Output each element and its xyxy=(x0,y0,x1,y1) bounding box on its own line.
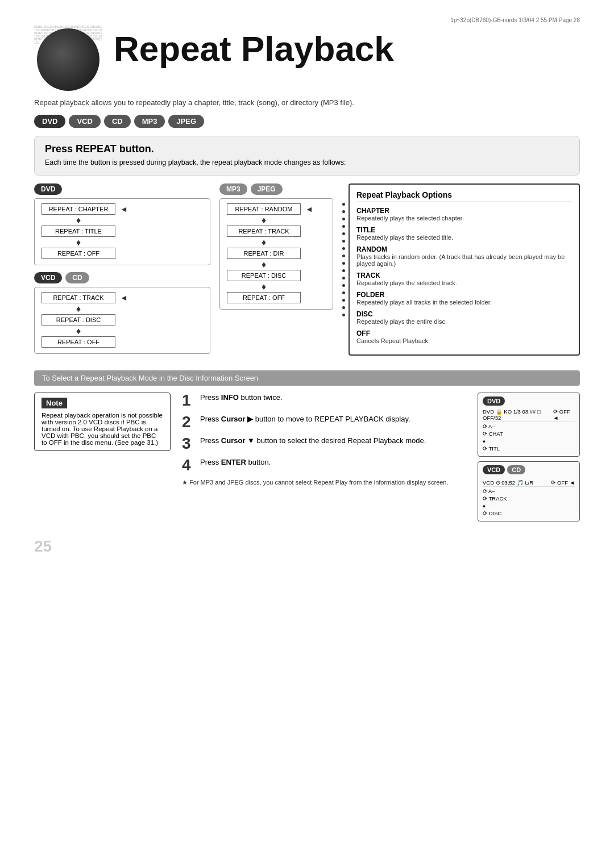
dvd-box-off: REPEAT : OFF xyxy=(42,248,115,259)
vcd-step-3: REPEAT : OFF xyxy=(42,336,203,348)
step-4-text: Press ENTER button. xyxy=(200,457,271,468)
select-mode-header: To Select a Repeat Playback Mode in the … xyxy=(34,370,580,386)
dvd-flow-diagram: REPEAT : CHAPTER ◄ ♦ REPEAT : TITLE ♦ RE… xyxy=(34,198,210,265)
step-1: 1 Press INFO button twice. xyxy=(182,393,466,408)
badge-vcd: VCD xyxy=(69,115,100,128)
file-info: 1p~32p(DB760)-GB-nords 1/3/04 2:55 PM Pa… xyxy=(34,17,580,23)
step-1-text: Press INFO button twice. xyxy=(200,393,283,403)
dvd-screen-text1: ⟳ A– xyxy=(483,423,495,429)
bullet-dot xyxy=(342,284,345,287)
footnote: ★ For MP3 and JPEG discs, you cannot sel… xyxy=(182,479,466,486)
cd-screen-badge: CD xyxy=(507,465,525,474)
mp3-step-4: REPEAT : DISC xyxy=(227,270,326,281)
vcd-screen-line1: VCD ⊙ 03:52 🎵 L/R ⟳ OFF ◄ xyxy=(483,479,575,487)
note-title: Note xyxy=(42,398,67,408)
bullet-dot xyxy=(342,225,345,228)
mp3-jpeg-diagram: REPEAT : RANDOM ◄ ♦ REPEAT : TRACK ♦ REP… xyxy=(219,198,333,310)
press-repeat-section: Press REPEAT button. Each time the butto… xyxy=(34,136,580,176)
badge-cd: CD xyxy=(104,115,131,128)
dvd-arrow-1: ◄ xyxy=(120,205,128,214)
mp3-box-track: REPEAT : TRACK xyxy=(227,226,301,237)
badge-mp3: MP3 xyxy=(134,115,165,128)
option-track: TRACK Repeatedly plays the selected trac… xyxy=(356,272,572,286)
step-3: 3 Press Cursor ▼ button to select the de… xyxy=(182,436,466,452)
mp3-badge: MP3 xyxy=(219,183,247,195)
dvd-step-2: REPEAT : TITLE xyxy=(42,226,203,237)
vcd-cd-flow-diagram: REPEAT : TRACK ◄ ♦ REPEAT : DISC ♦ REPEA… xyxy=(34,287,210,354)
vcd-screen-row3: ♦ xyxy=(483,503,575,509)
vcd-screen-line1-right: ⟳ OFF ◄ xyxy=(551,479,575,486)
mp3-down-4: ♦ xyxy=(227,282,301,291)
bullet-dot xyxy=(342,210,345,213)
step-1-number: 1 xyxy=(182,393,194,408)
dvd-screen-row4: ⟳ TITL xyxy=(483,445,575,452)
dvd-step-3: REPEAT : OFF xyxy=(42,248,203,259)
bullet-dot xyxy=(342,269,345,272)
note-text: Repeat playback operation is not possibl… xyxy=(42,412,163,446)
screen-diagrams: DVD DVD 🔒 KO 1/3 03:## □ OFF/32 ⟳ OFF ◄ … xyxy=(478,393,580,526)
bullet-dot xyxy=(342,232,345,235)
bullet-dot xyxy=(342,240,345,243)
vcd-screen-line1-left: VCD ⊙ 03:52 🎵 L/R xyxy=(483,479,533,486)
vcd-box-disc: REPEAT : DISC xyxy=(42,314,115,326)
bullet-dot xyxy=(342,299,345,302)
option-title: TITLE Repeatedly plays the selected titl… xyxy=(356,226,572,241)
note-box: Note Repeat playback operation is not po… xyxy=(34,393,171,451)
options-box: Repeat Playback Options CHAPTER Repeated… xyxy=(349,183,580,356)
dvd-box-title: REPEAT : TITLE xyxy=(42,226,115,237)
dvd-screen-box: DVD DVD 🔒 KO 1/3 03:## □ OFF/32 ⟳ OFF ◄ … xyxy=(478,393,580,457)
mp3-down-1: ♦ xyxy=(227,216,301,225)
step-4: 4 Press ENTER button. xyxy=(182,457,466,473)
bottom-grid: Note Repeat playback operation is not po… xyxy=(34,393,580,526)
vcd-screen-text1: ⟳ A– xyxy=(483,488,495,494)
jpeg-badge: JPEG xyxy=(251,183,283,195)
bullet-dot xyxy=(342,247,345,250)
dvd-screen-line1-left: DVD 🔒 KO 1/3 03:## □ OFF/32 xyxy=(483,408,553,421)
bullet-dot xyxy=(342,262,345,265)
vcd-arrow-1: ◄ xyxy=(120,293,128,302)
vcd-screen-badge: VCD xyxy=(483,465,505,474)
mp3-down-2: ♦ xyxy=(227,238,301,247)
page-number: 25 xyxy=(34,537,580,556)
bullet-dot xyxy=(342,291,345,294)
vcd-screen-text4: ⟳ DISC xyxy=(483,510,501,516)
vcd-screen-row2: ⟳ TRACK xyxy=(483,495,575,502)
option-random: RANDOM Plays tracks in random order. (A … xyxy=(356,245,572,267)
page-title: Repeat Playback xyxy=(114,26,394,66)
main-content: DVD REPEAT : CHAPTER ◄ ♦ REPEAT : TITLE … xyxy=(34,183,580,361)
dvd-screen-line1-right: ⟳ OFF ◄ xyxy=(553,408,575,421)
left-diagrams: DVD REPEAT : CHAPTER ◄ ♦ REPEAT : TITLE … xyxy=(34,183,210,361)
format-badges: DVD VCD CD MP3 JPEG xyxy=(34,115,580,128)
vcd-screen-row1: ⟳ A– xyxy=(483,488,575,494)
mp3-jpeg-col: MP3 JPEG REPEAT : RANDOM ◄ ♦ REPEAT : TR… xyxy=(219,183,333,361)
bullet-1: Each time the button is pressed during p… xyxy=(45,158,569,166)
step-2-number: 2 xyxy=(182,414,194,430)
dvd-screen-row1: ⟳ A– xyxy=(483,423,575,429)
step-3-number: 3 xyxy=(182,436,194,452)
vcd-down-1: ♦ xyxy=(42,304,115,314)
dvd-screen-row2: ⟳ CHAT xyxy=(483,431,575,437)
options-col: Repeat Playback Options CHAPTER Repeated… xyxy=(342,183,580,361)
step-2-text: Press Cursor ▶ button to move to REPEAT … xyxy=(200,414,410,424)
mp3-arrow-1: ◄ xyxy=(305,205,313,214)
vcd-cd-flow: VCD CD REPEAT : TRACK ◄ ♦ REPEAT : DISC … xyxy=(34,272,210,354)
option-chapter: CHAPTER Repeatedly plays the selected ch… xyxy=(356,207,572,222)
dvd-screen-text3: ♦ xyxy=(483,438,486,444)
vcd-badge: VCD xyxy=(34,272,62,283)
mp3-down-3: ♦ xyxy=(227,260,301,269)
bullet-dot xyxy=(342,277,345,279)
dvd-step-1: REPEAT : CHAPTER ◄ xyxy=(42,203,203,215)
dvd-screen-badge: DVD xyxy=(483,397,505,406)
page-header: 0101010101010101010101010101010101010101… xyxy=(34,26,580,94)
vcd-box-off: REPEAT : OFF xyxy=(42,336,115,348)
vcd-screen-text2: ⟳ TRACK xyxy=(483,495,507,502)
dvd-screen-row3: ♦ xyxy=(483,438,575,444)
disc-graphic: 0101010101010101010101010101010101010101… xyxy=(34,26,108,94)
badge-dvd: DVD xyxy=(34,115,65,128)
subtitle: Repeat playback allows you to repeatedly… xyxy=(34,98,580,107)
vcd-step-2: REPEAT : DISC xyxy=(42,314,203,326)
disc-icon xyxy=(37,28,99,91)
step-4-number: 4 xyxy=(182,457,194,473)
mp3-step-5: REPEAT : OFF xyxy=(227,292,326,303)
option-disc: DISC Repeatedly plays the entire disc. xyxy=(356,310,572,325)
